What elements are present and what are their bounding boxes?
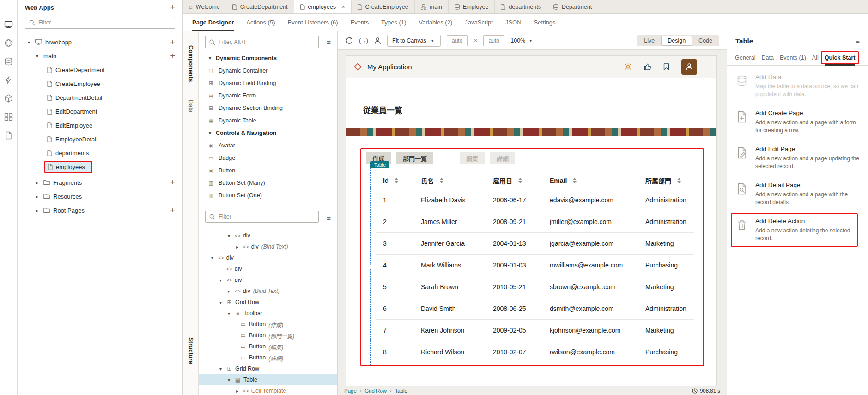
tab-all[interactable]: All xyxy=(812,50,819,66)
section-dynamic-components[interactable]: ▾Dynamic Components xyxy=(199,52,337,64)
structure-node-div-bind-text[interactable]: ▸<>div(Bind Text) xyxy=(199,241,337,252)
tab-events[interactable]: Events (1) xyxy=(780,50,806,66)
fit-to-canvas-button[interactable]: Fit to Canvas▾ xyxy=(387,35,441,47)
tab-employees-active[interactable]: employees× xyxy=(294,0,352,13)
tree-item-folder-root-pages[interactable]: ▸ Root Pages + xyxy=(18,203,182,217)
component-button[interactable]: ▣Button xyxy=(199,164,337,176)
tab-data[interactable]: Data xyxy=(761,50,773,66)
processes-icon[interactable] xyxy=(4,76,13,84)
tree-item-page[interactable]: EditDepartment xyxy=(18,104,182,118)
components-icon[interactable] xyxy=(4,94,13,103)
menu-icon[interactable]: ≡ xyxy=(327,39,331,46)
structure-node-button[interactable]: ▭Button(詳細) xyxy=(199,352,337,363)
refresh-icon[interactable] xyxy=(345,36,353,44)
source-icon[interactable] xyxy=(4,131,13,140)
tree-item-folder-resources[interactable]: ▸ Resources xyxy=(18,189,182,203)
caret-down-icon[interactable]: ▾ xyxy=(207,130,213,135)
component-dynamic-container[interactable]: ▢Dynamic Container xyxy=(199,64,337,77)
quick-start-add-delete-action[interactable]: Add Delete ActionAdd a new action deleti… xyxy=(727,213,868,249)
navigate-icon[interactable]: (→) xyxy=(359,37,368,44)
component-dynamic-table[interactable]: ▦Dynamic Table xyxy=(199,114,337,127)
department-list-button[interactable]: 部門一覧 xyxy=(396,152,433,164)
tab-employee[interactable]: Employee xyxy=(449,0,495,13)
web-apps-icon[interactable] xyxy=(4,20,13,29)
table-row[interactable]: 1 Elizabeth Davis 2006-06-17 edavis@exam… xyxy=(376,189,694,211)
sort-icon[interactable] xyxy=(395,178,398,183)
tree-item-page[interactable]: departments xyxy=(18,146,182,160)
section-controls-navigation[interactable]: ▾Controls & Navigation xyxy=(199,127,337,139)
caret-right-icon[interactable]: ▸ xyxy=(234,389,240,394)
close-icon[interactable]: × xyxy=(341,3,345,10)
gear-icon[interactable] xyxy=(624,63,632,71)
structure-node-button[interactable]: ▭Button(編集) xyxy=(199,341,337,352)
tree-item-page[interactable]: CreateEmployee xyxy=(18,77,182,91)
structure-node-button[interactable]: ▭Button(作成) xyxy=(199,319,337,330)
edit-button[interactable]: 編集 xyxy=(460,152,485,164)
tree-item-folder-fragments[interactable]: ▸ Fragments + xyxy=(18,176,182,189)
selection-handle[interactable] xyxy=(369,265,372,268)
tab-data[interactable]: Data xyxy=(188,100,194,113)
breadcrumb-grid-row[interactable]: Grid Row xyxy=(364,388,387,394)
quick-start-add-detail-page[interactable]: Add Detail PageAdd a new action and a pa… xyxy=(727,176,868,213)
structure-node-div-bind-text[interactable]: ▸<>div(Bind Text) xyxy=(199,286,337,297)
quick-start-add-edit-page[interactable]: Add Edit PageAdd a new action and a page… xyxy=(727,140,868,176)
breadcrumb-page[interactable]: Page xyxy=(344,388,357,394)
sort-icon[interactable] xyxy=(677,178,681,183)
caret-down-icon[interactable]: ▾ xyxy=(34,54,40,59)
column-header-department[interactable]: 所属部門 xyxy=(638,176,694,185)
tab-components[interactable]: Components xyxy=(188,45,194,82)
caret-right-icon[interactable]: ▸ xyxy=(226,289,232,294)
table-row[interactable]: 8 Richard Wilson 2010-02-07 rwilson@exam… xyxy=(376,341,694,363)
tab-event-listeners[interactable]: Event Listeners (6) xyxy=(287,14,338,31)
tab-javascript[interactable]: JavaScript xyxy=(465,14,493,31)
add-flow-button[interactable]: + xyxy=(170,38,175,46)
caret-down-icon[interactable]: ▾ xyxy=(226,311,232,316)
tree-item-flow-main[interactable]: ▾ main + xyxy=(18,49,182,63)
component-dynamic-field-binding[interactable]: ⊞Dynamic Field Binding xyxy=(199,77,337,89)
mode-code[interactable]: Code xyxy=(692,36,718,45)
tree-item-app[interactable]: ▾ hrwebapp + xyxy=(18,35,182,49)
structure-node-grid-row[interactable]: ▾⊞Grid Row xyxy=(199,363,337,374)
tab-json[interactable]: JSON xyxy=(505,14,522,31)
column-header-name[interactable]: 氏名 xyxy=(413,176,486,185)
tab-quick-start[interactable]: Quick Start xyxy=(825,50,856,66)
structure-node-button[interactable]: ▭Button(部門一覧) xyxy=(199,330,337,341)
table-row[interactable]: 2 James Miller 2008-09-21 jmiller@exampl… xyxy=(376,211,694,233)
canvas-height-input[interactable]: auto xyxy=(483,35,504,46)
tab-events[interactable]: Events xyxy=(351,14,369,31)
mode-design[interactable]: Design xyxy=(662,36,692,45)
caret-right-icon[interactable]: ▸ xyxy=(234,244,240,249)
mode-live[interactable]: Live xyxy=(638,36,661,45)
structure-filter-input[interactable] xyxy=(219,213,315,220)
caret-right-icon[interactable]: ▸ xyxy=(34,194,40,199)
caret-down-icon[interactable]: ▾ xyxy=(26,40,32,45)
add-fragment-button[interactable]: + xyxy=(170,178,175,187)
menu-icon[interactable]: ≡ xyxy=(856,37,860,44)
tab-settings[interactable]: Settings xyxy=(534,14,556,31)
tree-item-page-employees-selected[interactable]: employees xyxy=(18,160,182,174)
sort-icon[interactable] xyxy=(518,178,522,183)
caret-down-icon[interactable]: ▾ xyxy=(226,377,232,383)
thumbs-up-icon[interactable] xyxy=(644,63,651,71)
canvas-width-input[interactable]: auto xyxy=(447,35,468,46)
structure-node-cell-template[interactable]: ▸<>Cell Template xyxy=(199,385,337,395)
structure-node-div[interactable]: ▾<>div xyxy=(199,274,337,286)
tab-main[interactable]: main xyxy=(415,0,449,13)
tab-variables[interactable]: Variables (2) xyxy=(419,14,453,31)
component-badge[interactable]: ▭Badge xyxy=(199,152,337,164)
tab-structure[interactable]: Structure xyxy=(188,337,194,364)
table-row[interactable]: 3 Jennifer Garcia 2004-01-13 jgarcia@exa… xyxy=(376,233,694,255)
tab-department[interactable]: Department xyxy=(547,0,598,13)
user-preview-icon[interactable] xyxy=(374,37,381,44)
structure-node-div[interactable]: ▾<>div xyxy=(199,230,337,241)
caret-down-icon[interactable]: ▾ xyxy=(218,366,224,371)
tab-actions[interactable]: Actions (5) xyxy=(246,14,275,31)
selection-handle[interactable] xyxy=(698,265,701,268)
structure-node-toolbar[interactable]: ▾≡Toolbar xyxy=(199,308,337,319)
bookmark-icon[interactable] xyxy=(663,63,669,70)
tab-page-designer[interactable]: Page Designer xyxy=(192,14,234,31)
table-row[interactable]: 7 Karen Johnson 2009-02-05 kjohnson@exam… xyxy=(376,320,694,341)
tab-types[interactable]: Types (1) xyxy=(381,14,406,31)
component-avatar[interactable]: ◉Avatar xyxy=(199,139,337,152)
tree-item-page[interactable]: CreateDepartment xyxy=(18,63,182,77)
